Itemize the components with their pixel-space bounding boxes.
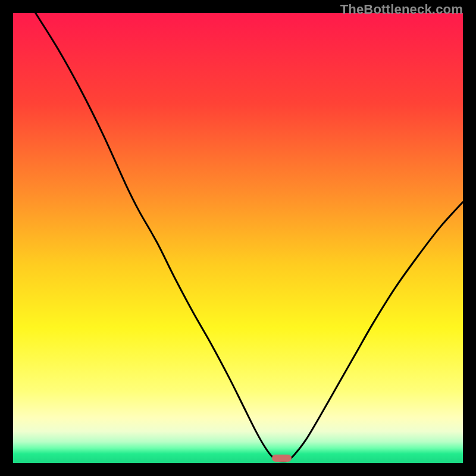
watermark-text: TheBottleneck.com xyxy=(340,2,463,17)
plot-area xyxy=(13,13,463,463)
optimal-marker xyxy=(272,455,292,462)
bottleneck-curve xyxy=(36,13,463,461)
chart-container: TheBottleneck.com xyxy=(0,0,476,476)
curve-layer xyxy=(13,13,463,463)
